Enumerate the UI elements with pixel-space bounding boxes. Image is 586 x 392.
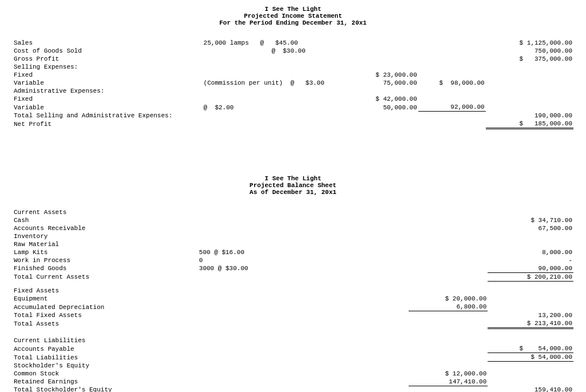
is-sf-label: Fixed xyxy=(13,71,203,79)
is-period: For the Period Ending December 31, 20x1 xyxy=(13,19,573,26)
is-cogs-col2 xyxy=(418,47,486,55)
bs-fg-label: Finished Goods xyxy=(13,264,198,273)
is-sf-col1: $ 23,000.00 xyxy=(351,71,418,79)
bs-fg-value: 90,000.00 xyxy=(488,264,573,273)
bs-fa-header: Fixed Assets xyxy=(13,287,198,295)
table-row: Cost of Goods Sold @ $30.00 750,000.00 xyxy=(13,47,573,55)
table-row: Current Assets xyxy=(13,208,573,216)
bs-cs-value: $ 12,000.00 xyxy=(409,370,488,378)
bs-lk-desc: 500 @ $16.00 xyxy=(198,248,330,256)
bs-equip-label: Equipment xyxy=(13,295,198,303)
bs-wip-value: - xyxy=(488,256,573,264)
bs-tca-value: $ 200,210.00 xyxy=(488,272,573,281)
table-row: Net Profit $ 185,000.00 xyxy=(13,120,573,129)
is-av-col1: 50,000.00 xyxy=(351,103,418,112)
table-row: Equipment $ 20,000.00 xyxy=(13,295,573,303)
bs-tfa-value: 13,200.00 xyxy=(488,311,573,319)
table-row: Finished Goods 3000 @ $30.00 90,000.00 xyxy=(13,264,573,273)
table-row: Common Stock $ 12,000.00 xyxy=(13,370,573,378)
table-row: Accounts Receivable 67,500.00 xyxy=(13,224,573,232)
is-cogs-col3: 750,000.00 xyxy=(486,47,573,55)
is-sales-col2 xyxy=(418,39,486,47)
is-av-col2: 92,000.00 xyxy=(418,103,486,112)
net-profit-label: Net Profit xyxy=(13,120,203,129)
is-gp-label: Gross Profit xyxy=(13,55,203,63)
spacer-row xyxy=(13,281,573,287)
table-row: Accumulated Depreciation 6,800.00 xyxy=(13,303,573,311)
table-row: Lamp Kits 500 @ $16.00 8,000.00 xyxy=(13,248,573,256)
bs-ar-label: Accounts Receivable xyxy=(13,224,198,232)
table-row: Total Fixed Assets 13,200.00 xyxy=(13,311,573,319)
is-cogs-desc: @ $30.00 xyxy=(203,47,351,55)
table-row: Selling Expenses: xyxy=(13,63,573,71)
is-sales-col1 xyxy=(351,39,418,47)
is-av-desc: @ $2.00 xyxy=(203,103,351,112)
balance-sheet-table: Current Assets Cash $ 34,710.00 Accounts… xyxy=(13,208,573,393)
table-row: Total Liabilities $ 54,000.00 xyxy=(13,353,573,362)
is-av-label: Variable xyxy=(13,103,203,112)
bs-tl-label: Total Liabilities xyxy=(13,353,198,362)
table-row: Current Liabilities xyxy=(13,336,573,345)
is-company: I See The Light xyxy=(13,6,573,13)
is-gp-col1 xyxy=(351,55,418,63)
is-total-se-col3: 190,000.00 xyxy=(486,112,573,120)
table-row: Accounts Payable $ 54,000.00 xyxy=(13,345,573,353)
bs-re-label: Retained Earnings xyxy=(13,378,198,386)
bs-dep-label: Accumulated Depreciation xyxy=(13,303,198,311)
is-af-col1: $ 42,000.00 xyxy=(351,95,418,103)
bs-cl-header: Current Liabilities xyxy=(13,336,198,345)
is-title: Projected Income Statement xyxy=(13,13,573,19)
bs-equip-value: $ 20,000.00 xyxy=(409,295,488,303)
is-total-se-label: Total Selling and Administrative Expense… xyxy=(13,112,203,120)
table-row: Administrative Expenses: xyxy=(13,87,573,95)
bs-company: I See The Light xyxy=(13,175,573,182)
bs-ta-label: Total Assets xyxy=(13,319,198,328)
table-row: Fixed Assets xyxy=(13,287,573,295)
table-row: Work in Process 0 - xyxy=(13,256,573,264)
table-row: Fixed $ 42,000.00 xyxy=(13,95,573,103)
is-cogs-col1 xyxy=(351,47,418,55)
is-sv-col1: 75,000.00 xyxy=(351,79,418,87)
bs-tca-label: Total Current Assets xyxy=(13,272,198,281)
bs-re-value: 147,410.00 xyxy=(409,378,488,386)
bs-wip-label: Work in Process xyxy=(13,256,198,264)
is-se-header: Selling Expenses: xyxy=(13,63,203,71)
bs-period: As of December 31, 20x1 xyxy=(13,189,573,196)
bs-rm-label: Raw Material xyxy=(13,240,198,248)
is-sv-desc: (Commission per unit) @ $3.00 xyxy=(203,79,351,87)
table-row: Variable @ $2.00 50,000.00 92,000.00 xyxy=(13,103,573,112)
is-sv-col2: $ 98,000.00 xyxy=(418,79,486,87)
net-profit-value: $ 185,000.00 xyxy=(486,120,573,129)
bs-ap-label: Accounts Payable xyxy=(13,345,198,353)
bs-ca-header: Current Assets xyxy=(13,208,198,216)
bs-cs-label: Common Stock xyxy=(13,370,198,378)
table-row: Gross Profit $ 375,000.00 xyxy=(13,55,573,63)
bs-tse-value: 159,410.00 xyxy=(488,386,573,392)
is-sales-col3: $ 1,125,000.00 xyxy=(486,39,573,47)
table-row: Variable (Commission per unit) @ $3.00 7… xyxy=(13,79,573,87)
bs-se-header: Stockholder's Equity xyxy=(13,362,198,370)
page: I See The Light Projected Income Stateme… xyxy=(13,6,573,392)
bs-fg-desc: 3000 @ $30.00 xyxy=(198,264,330,273)
bs-ap-value: $ 54,000.00 xyxy=(488,345,573,353)
table-row: Retained Earnings 147,410.00 xyxy=(13,378,573,386)
bs-wip-qty: 0 xyxy=(198,256,330,264)
bs-tl-value: $ 54,000.00 xyxy=(488,353,573,362)
is-gp-col2 xyxy=(418,55,486,63)
table-row: Total Current Assets $ 200,210.00 xyxy=(13,272,573,281)
table-row: Fixed $ 23,000.00 xyxy=(13,71,573,79)
balance-sheet-header: I See The Light Projected Balance Sheet … xyxy=(13,175,573,196)
bs-lk-label: Lamp Kits xyxy=(13,248,198,256)
bs-ar-value: 67,500.00 xyxy=(488,224,573,232)
bs-lk-value: 8,000.00 xyxy=(488,248,573,256)
bs-inv-label: Inventory xyxy=(13,232,198,240)
bs-tfa-label: Total Fixed Assets xyxy=(13,311,198,319)
bs-ta-value: $ 213,410.00 xyxy=(488,319,573,328)
is-cogs-label: Cost of Goods Sold xyxy=(13,47,203,55)
table-row: Stockholder's Equity xyxy=(13,362,573,370)
table-row: Sales 25,000 lamps @ $45.00 $ 1,125,000.… xyxy=(13,39,573,47)
table-row: Total Stockholder's Equity 159,410.00 xyxy=(13,386,573,392)
is-ae-header: Administrative Expenses: xyxy=(13,87,203,95)
bs-cash-value: $ 34,710.00 xyxy=(488,216,573,224)
is-sales-desc: 25,000 lamps @ $45.00 xyxy=(203,39,351,47)
